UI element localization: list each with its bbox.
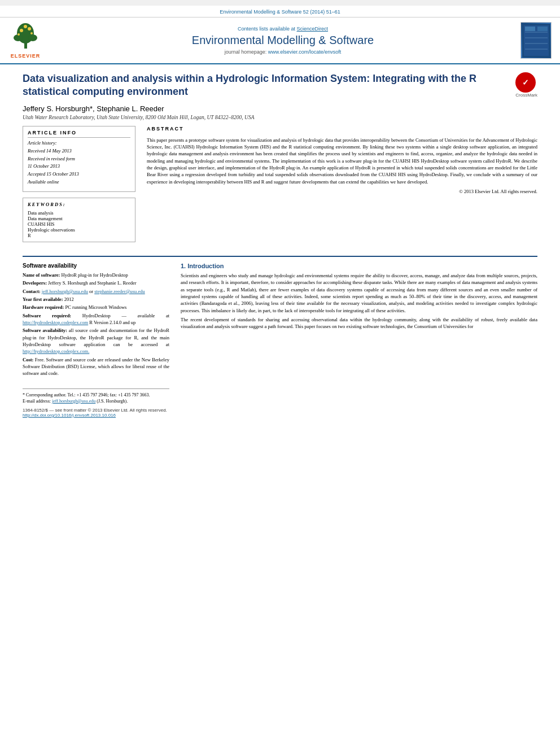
keyword-3: CUAHSI HIS (28, 221, 130, 227)
article-info-box: ARTICLE INFO Article history: Received 1… (23, 126, 135, 192)
available-online: Available online (28, 179, 130, 186)
contents-text: Contents lists available at (238, 26, 295, 32)
elsevier-logo: ELSEVIER (6, 22, 45, 59)
keywords-label: Keywords: (28, 202, 66, 207)
intro-heading: Introduction (187, 263, 224, 269)
software-hardware: Hardware required: PC running Microsoft … (23, 304, 169, 311)
software-contact: Contact: jeff.horsburgh@usu.edu or steph… (23, 288, 169, 295)
journal-center: Contents lists available at ScienceDirec… (45, 26, 520, 55)
software-cost: Cost: Free. Software and source code are… (23, 356, 169, 377)
issn-area: 1364-8152/$ — see front matter © 2013 El… (23, 408, 169, 418)
abstract-column: ABSTRACT This paper presents a prototype… (147, 126, 537, 248)
abstract-text: This paper presents a prototype software… (147, 137, 537, 185)
footnote-email-link[interactable]: jeff.horsburgh@usu.edu (52, 399, 95, 404)
introduction-column: 1. Introduction Scientists and engineers… (181, 263, 537, 418)
svg-point-6 (28, 27, 31, 30)
top-citation-bar: Environmental Modelling & Software 52 (2… (0, 6, 560, 18)
title-area: Data visualization and analysis within a… (23, 72, 537, 99)
software-heading: Software availability (23, 263, 169, 269)
paper-title: Data visualization and analysis within a… (23, 72, 485, 99)
svg-point-4 (28, 34, 37, 41)
intro-paragraph-1: Scientists and engineers who study and m… (181, 272, 537, 314)
affiliation-text: Utah Water Research Laboratory, Utah Sta… (23, 115, 537, 120)
doi-link[interactable]: http://dx.doi.org/10.1016/j.envsoft.2013… (23, 413, 169, 418)
keywords-title-label: Keywords: (28, 202, 130, 209)
article-info-title: ARTICLE INFO (28, 130, 130, 138)
article-info-abstract-area: ARTICLE INFO Article history: Received 1… (23, 126, 537, 248)
contact-email-2[interactable]: stephanie.reeder@usu.edu (94, 289, 145, 294)
received-date: Received 14 May 2013 (28, 148, 130, 155)
journal-title: Environmental Modelling & Software (51, 34, 515, 47)
software-availability-detail: Software availability: all source code a… (23, 327, 169, 355)
copyright-text: © 2013 Elsevier Ltd. All rights reserved… (147, 189, 537, 194)
svg-point-7 (24, 25, 27, 28)
hydrodesktop-link-2[interactable]: http://hydrodesktop.codeplex.com. (23, 348, 89, 354)
keyword-4: Hydrologic observations (28, 227, 130, 233)
page: Environmental Modelling & Software 52 (2… (0, 6, 560, 747)
software-name: Name of software: HydroR plug-in for Hyd… (23, 272, 169, 278)
keyword-5: R (28, 233, 130, 238)
svg-point-9 (30, 32, 33, 34)
authors-line: Jeffery S. Horsburgh*, Stephanie L. Reed… (23, 104, 537, 113)
elsevier-tree-icon (10, 22, 41, 53)
section-divider (23, 256, 537, 257)
keywords-list: Data analysis Data management CUAHSI HIS… (28, 210, 130, 238)
keyword-1: Data analysis (28, 210, 130, 216)
citation-text: Environmental Modelling & Software 52 (2… (220, 9, 340, 15)
svg-point-8 (18, 33, 20, 36)
software-availability-column: Software availability Name of software: … (23, 263, 169, 418)
svg-rect-16 (525, 27, 535, 31)
history-label: Article history: (28, 140, 130, 147)
homepage-label: journal homepage: (225, 49, 267, 55)
keywords-box: Keywords: Data analysis Data management … (23, 198, 135, 242)
footnote-area: * Corresponding author. Tel.: +1 435 797… (23, 388, 169, 418)
journal-thumbnail (520, 22, 554, 59)
revised-date: 11 October 2013 (28, 163, 130, 170)
crossmark-icon: ✓ (515, 72, 536, 93)
homepage-url[interactable]: www.elsevier.com/locate/envsoft (268, 49, 342, 55)
crossmark-text: CrossMark (515, 93, 537, 98)
issn-text: 1364-8152/$ — see front matter © 2013 El… (23, 408, 169, 413)
svg-point-5 (20, 29, 23, 32)
elsevier-text: ELSEVIER (11, 53, 41, 59)
hydrodesktop-link-1[interactable]: http://hydrodesktop.codeplex.com (23, 320, 88, 325)
intro-section-num: 1. Introduction (181, 263, 224, 269)
sciencedirect-line: Contents lists available at ScienceDirec… (51, 26, 515, 32)
software-required: Software required: HydroDesktop — availa… (23, 312, 169, 326)
keyword-2: Data management (28, 216, 130, 221)
abstract-title: ABSTRACT (147, 126, 537, 133)
footnote-corresponding: * Corresponding author. Tel.: +1 435 797… (23, 392, 169, 398)
software-year: Year first available: 2012 (23, 296, 169, 303)
intro-number: 1. (181, 263, 187, 269)
content-area: Data visualization and analysis within a… (0, 64, 560, 426)
contact-email-1[interactable]: jeff.horsburgh@usu.edu (42, 289, 88, 294)
intro-paragraph-2: The recent development of standards for … (181, 316, 537, 330)
article-info-column: ARTICLE INFO Article history: Received 1… (23, 126, 135, 248)
sciencedirect-link-text[interactable]: ScienceDirect (297, 26, 329, 32)
journal-homepage: journal homepage: www.elsevier.com/locat… (51, 49, 515, 55)
article-history: Article history: Received 14 May 2013 Re… (28, 140, 130, 186)
footnote-email: E-mail address: jeff.horsburgh@usu.edu (… (23, 398, 169, 404)
accepted-date: Accepted 15 October 2013 (28, 171, 130, 178)
software-developers: Developers: Jeffery S. Horsburgh and Ste… (23, 279, 169, 286)
journal-cover-image (520, 22, 552, 59)
body-two-col: Software availability Name of software: … (23, 263, 537, 418)
journal-header: ELSEVIER Contents lists available at Sci… (0, 18, 560, 64)
svg-point-3 (14, 34, 23, 41)
received-revised-label: Received in revised form (28, 156, 130, 163)
introduction-heading-area: 1. Introduction (181, 263, 537, 269)
crossmark-container: ✓ CrossMark (515, 72, 537, 98)
svg-rect-17 (537, 27, 548, 31)
authors-text: Jeffery S. Horsburgh*, Stephanie L. Reed… (23, 104, 164, 113)
